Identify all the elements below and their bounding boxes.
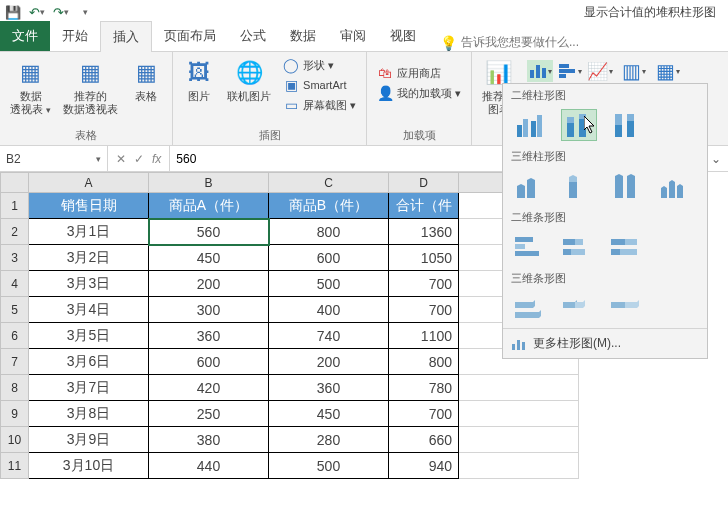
cell-C9[interactable]: 450 <box>269 401 389 427</box>
select-all-corner[interactable] <box>1 173 29 193</box>
chart-type-stacked-column[interactable] <box>561 109 597 141</box>
cell-B11[interactable]: 440 <box>149 453 269 479</box>
tab-insert[interactable]: 插入 <box>100 21 152 52</box>
cell-E8[interactable] <box>459 375 579 401</box>
cell-C2[interactable]: 800 <box>269 219 389 245</box>
chart-type-100-stacked-bar[interactable] <box>609 231 645 263</box>
3dmap-button[interactable]: ▦▾ <box>655 60 681 82</box>
cell-A4[interactable]: 3月3日 <box>29 271 149 297</box>
col-head-A[interactable]: A <box>29 173 149 193</box>
col-head-C[interactable]: C <box>269 173 389 193</box>
col-head-B[interactable]: B <box>149 173 269 193</box>
chart-type-3d-stacked-column[interactable] <box>561 170 597 202</box>
cell-B2[interactable]: 560 <box>149 219 269 245</box>
cell-D8[interactable]: 780 <box>389 375 459 401</box>
chart-type-100-stacked-column[interactable] <box>609 109 645 141</box>
online-picture-button[interactable]: 🌐 联机图片 <box>223 54 275 105</box>
cell-B4[interactable]: 200 <box>149 271 269 297</box>
row-head-6[interactable]: 6 <box>1 323 29 349</box>
cell-B3[interactable]: 450 <box>149 245 269 271</box>
fx-icon[interactable]: fx <box>152 152 161 166</box>
tab-pagelayout[interactable]: 页面布局 <box>152 21 228 51</box>
chart-type-stacked-bar[interactable] <box>561 231 597 263</box>
row-head-11[interactable]: 11 <box>1 453 29 479</box>
cell-D11[interactable]: 940 <box>389 453 459 479</box>
cell-B9[interactable]: 250 <box>149 401 269 427</box>
cell-B10[interactable]: 380 <box>149 427 269 453</box>
recommended-pivot-button[interactable]: ▦ 推荐的 数据透视表 <box>59 54 122 117</box>
row-head-1[interactable]: 1 <box>1 193 29 219</box>
cell-A2[interactable]: 3月1日 <box>29 219 149 245</box>
cell-A5[interactable]: 3月4日 <box>29 297 149 323</box>
cell-A1[interactable]: 销售日期 <box>29 193 149 219</box>
chart-type-3d-column[interactable] <box>657 170 693 202</box>
stock-chart-button[interactable]: 📈▾ <box>587 60 613 82</box>
row-head-2[interactable]: 2 <box>1 219 29 245</box>
cell-C8[interactable]: 360 <box>269 375 389 401</box>
cell-C3[interactable]: 600 <box>269 245 389 271</box>
cell-D5[interactable]: 700 <box>389 297 459 323</box>
chart-type-3d-100-stacked-bar[interactable] <box>609 292 645 324</box>
smartart-button[interactable]: ▣SmartArt <box>279 76 360 94</box>
row-head-3[interactable]: 3 <box>1 245 29 271</box>
cell-D10[interactable]: 660 <box>389 427 459 453</box>
tab-home[interactable]: 开始 <box>50 21 100 51</box>
cell-D6[interactable]: 1100 <box>389 323 459 349</box>
shapes-button[interactable]: ◯形状 ▾ <box>279 56 360 74</box>
tell-me[interactable]: 💡 告诉我您想要做什么... <box>440 34 579 51</box>
screenshot-button[interactable]: ▭屏幕截图 ▾ <box>279 96 360 114</box>
cell-A3[interactable]: 3月2日 <box>29 245 149 271</box>
table-button[interactable]: ▦ 表格 <box>126 54 166 105</box>
chart-type-3d-100-stacked-column[interactable] <box>609 170 645 202</box>
row-head-9[interactable]: 9 <box>1 401 29 427</box>
row-head-8[interactable]: 8 <box>1 375 29 401</box>
chart-type-3d-clustered-bar[interactable] <box>513 292 549 324</box>
bar-chart-button[interactable]: ▾ <box>557 60 583 82</box>
myaddins-button[interactable]: 👤我的加载项 ▾ <box>373 84 465 102</box>
cell-E10[interactable] <box>459 427 579 453</box>
row-head-5[interactable]: 5 <box>1 297 29 323</box>
cell-C1[interactable]: 商品B（件） <box>269 193 389 219</box>
cell-C5[interactable]: 400 <box>269 297 389 323</box>
row-head-4[interactable]: 4 <box>1 271 29 297</box>
name-box-dropdown-icon[interactable]: ▾ <box>96 154 101 164</box>
picture-button[interactable]: 🖼 图片 <box>179 54 219 105</box>
redo-icon[interactable]: ↷▾ <box>52 3 70 21</box>
save-icon[interactable]: 💾 <box>4 3 22 21</box>
cell-C7[interactable]: 200 <box>269 349 389 375</box>
cell-B8[interactable]: 420 <box>149 375 269 401</box>
cell-D7[interactable]: 800 <box>389 349 459 375</box>
cell-B6[interactable]: 360 <box>149 323 269 349</box>
grid[interactable]: A B C D E 1 销售日期 商品A（件） 商品B（件） 合计（件 23月1… <box>0 172 579 479</box>
more-column-charts[interactable]: 更多柱形图(M)... <box>503 328 707 358</box>
tab-data[interactable]: 数据 <box>278 21 328 51</box>
cell-A6[interactable]: 3月5日 <box>29 323 149 349</box>
cell-B1[interactable]: 商品A（件） <box>149 193 269 219</box>
cell-D1[interactable]: 合计（件 <box>389 193 459 219</box>
cell-E9[interactable] <box>459 401 579 427</box>
chart-type-clustered-bar[interactable] <box>513 231 549 263</box>
col-head-D[interactable]: D <box>389 173 459 193</box>
enter-icon[interactable]: ✓ <box>134 152 144 166</box>
cell-A10[interactable]: 3月9日 <box>29 427 149 453</box>
cell-A7[interactable]: 3月6日 <box>29 349 149 375</box>
cell-C6[interactable]: 740 <box>269 323 389 349</box>
tab-formulas[interactable]: 公式 <box>228 21 278 51</box>
name-box[interactable]: B2 ▾ <box>0 146 108 171</box>
cell-D2[interactable]: 1360 <box>389 219 459 245</box>
undo-icon[interactable]: ↶▾ <box>28 3 46 21</box>
tab-view[interactable]: 视图 <box>378 21 428 51</box>
tab-review[interactable]: 审阅 <box>328 21 378 51</box>
chart-type-3d-clustered-column[interactable] <box>513 170 549 202</box>
cell-D3[interactable]: 1050 <box>389 245 459 271</box>
cell-D4[interactable]: 700 <box>389 271 459 297</box>
cell-C11[interactable]: 500 <box>269 453 389 479</box>
qat-custom-icon[interactable]: ▾ <box>76 3 94 21</box>
tab-file[interactable]: 文件 <box>0 21 50 51</box>
row-head-7[interactable]: 7 <box>1 349 29 375</box>
cell-D9[interactable]: 700 <box>389 401 459 427</box>
cell-A9[interactable]: 3月8日 <box>29 401 149 427</box>
chart-type-3d-stacked-bar[interactable] <box>561 292 597 324</box>
store-button[interactable]: 🛍应用商店 <box>373 64 465 82</box>
cancel-icon[interactable]: ✕ <box>116 152 126 166</box>
